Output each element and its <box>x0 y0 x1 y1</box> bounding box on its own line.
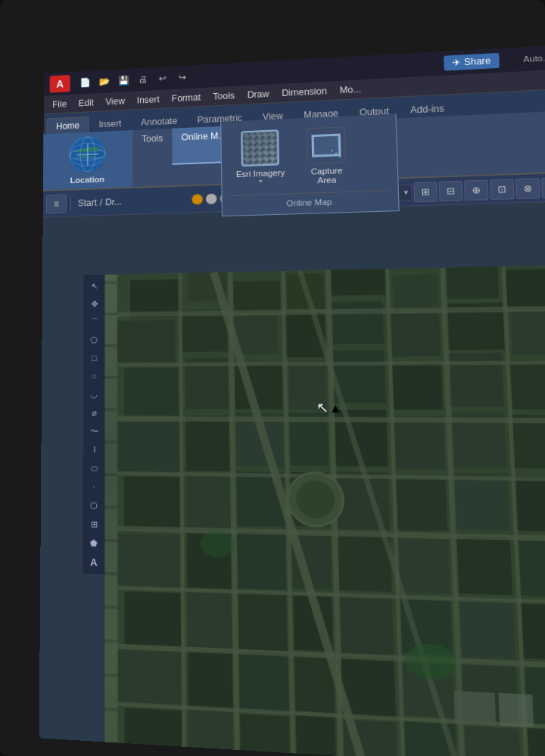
tool-pan[interactable]: ✥ <box>86 295 102 312</box>
menu-dimension[interactable]: Dimension <box>276 84 334 100</box>
toolbar-otrack[interactable]: ⊘ <box>541 176 545 198</box>
laptop-bezel: A 📄 📂 💾 🖨 ↩ ↪ ✈ Share Auto... File Edit … <box>0 0 545 756</box>
tab-home[interactable]: Home <box>46 117 89 134</box>
map-cursor: ▲ <box>316 399 333 415</box>
tool-polyline[interactable]: ⬠ <box>86 331 102 348</box>
tool-region[interactable]: ⬡ <box>86 496 103 514</box>
breadcrumb-start[interactable]: Start <box>78 198 97 208</box>
menu-file[interactable]: File <box>47 97 73 111</box>
location-panel[interactable]: Location <box>43 130 132 190</box>
toolbar-sep-1 <box>70 195 71 211</box>
tool-rect-draw[interactable]: □ <box>86 350 102 366</box>
satellite-map: ▲ <box>104 265 545 756</box>
toolbar-layers2[interactable]: ⊞ <box>413 181 438 201</box>
toolbar-grid[interactable]: ⊟ <box>438 180 462 201</box>
app-button[interactable]: A <box>50 75 70 93</box>
tool-wipeout[interactable]: ⊞ <box>86 515 103 533</box>
menu-view[interactable]: View <box>100 94 131 108</box>
tool-spline[interactable]: ⌇ <box>86 441 102 459</box>
online-map-group-label: Online Map <box>229 190 392 210</box>
capture-area-icon <box>307 126 346 164</box>
esri-imagery-icon <box>241 129 279 166</box>
location-label: Location <box>70 175 104 185</box>
share-icon: ✈ <box>452 58 461 68</box>
qa-open[interactable]: 📂 <box>97 74 112 89</box>
breadcrumb-sep: / <box>100 197 102 207</box>
left-toolbar: ↖ ✥ ⌒ ⬠ □ ○ ◡ ⌀ 〜 ⌇ ⬭ · ⬡ ⊞ ⬟ A <box>83 275 104 574</box>
menu-more[interactable]: Mo... <box>333 82 368 97</box>
qa-save[interactable]: 💾 <box>116 73 131 88</box>
dropdown-inner: Esri Imagery ▾ Capture Area <box>228 120 391 192</box>
tool-select[interactable]: ↖ <box>86 278 102 294</box>
hamburger-btn[interactable]: ≡ <box>46 194 67 213</box>
share-button[interactable]: ✈ Share <box>444 53 500 71</box>
tool-curve[interactable]: ⌒ <box>86 313 102 330</box>
menu-insert[interactable]: Insert <box>131 92 166 107</box>
qa-print[interactable]: 🖨 <box>135 72 151 87</box>
tool-hatch[interactable]: ⌀ <box>86 404 102 421</box>
menu-tools[interactable]: Tools <box>207 89 241 104</box>
breadcrumb: Start / Dr... <box>75 196 125 208</box>
menu-draw[interactable]: Draw <box>241 86 276 101</box>
map-svg <box>104 265 545 756</box>
online-map-dropdown: Esri Imagery ▾ Capture Area Online Map <box>220 114 400 216</box>
capture-area-label: Capture Area <box>311 166 343 185</box>
qa-undo[interactable]: ↩ <box>155 71 170 86</box>
ribbon-tools-tab[interactable]: Tools <box>132 129 173 166</box>
tool-circle[interactable]: ○ <box>86 368 102 384</box>
tool-ellipse[interactable]: ⬭ <box>86 459 102 477</box>
esri-dropdown-arrow: ▾ <box>259 178 262 185</box>
toolbar-ortho[interactable]: ⊡ <box>490 179 515 200</box>
auto-label: Auto... <box>504 53 545 65</box>
menu-format[interactable]: Format <box>166 90 207 105</box>
globe-icon <box>69 135 106 173</box>
tool-arc[interactable]: ◡ <box>86 386 102 403</box>
qa-new[interactable]: 📄 <box>77 75 92 90</box>
tool-point[interactable]: · <box>86 478 103 496</box>
esri-imagery-button[interactable]: Esri Imagery ▾ <box>228 125 294 191</box>
tool-freehand[interactable]: 〜 <box>86 422 102 439</box>
map-area[interactable]: ▲ <box>83 265 545 756</box>
screen: A 📄 📂 💾 🖨 ↩ ↪ ✈ Share Auto... File Edit … <box>39 45 545 756</box>
svg-rect-102 <box>117 266 545 756</box>
tab-insert[interactable]: Insert <box>89 114 131 132</box>
toolbar-circle2[interactable] <box>206 193 217 204</box>
share-label: Share <box>464 55 491 67</box>
toolbar-polar[interactable]: ⊗ <box>515 178 540 199</box>
menu-edit[interactable]: Edit <box>73 95 100 110</box>
capture-area-button[interactable]: Capture Area <box>298 122 355 190</box>
toolbar-circle1[interactable] <box>192 194 203 204</box>
tool-text[interactable]: A <box>86 553 103 571</box>
qa-redo[interactable]: ↪ <box>175 70 190 85</box>
toolbar-snap[interactable]: ⊕ <box>464 179 489 201</box>
breadcrumb-dr[interactable]: Dr... <box>105 196 122 207</box>
tool-revision[interactable]: ⬟ <box>86 534 103 552</box>
